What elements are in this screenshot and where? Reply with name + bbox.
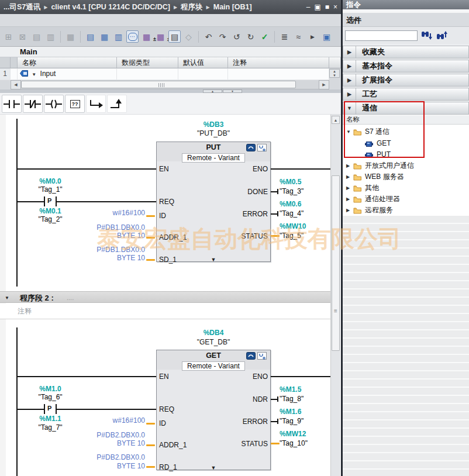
pin-ndr[interactable]: NDR — [211, 395, 268, 403]
breadcrumb-project[interactable]: ...司S7通讯 — [4, 2, 40, 12]
table-hscrollbar[interactable]: ◀ ▶ — [11, 80, 329, 89]
undo-icon[interactable]: ↶ — [202, 30, 215, 43]
addr1-pointer[interactable]: P#DB2.DBX0.0 — [75, 431, 145, 439]
expand-networks-icon[interactable]: ▥ — [112, 30, 125, 43]
section-technology[interactable]: ▶ 工艺 — [343, 88, 469, 101]
pin-req[interactable]: REQ — [159, 405, 174, 413]
section-favorites[interactable]: ▶ 收藏夹 — [343, 46, 469, 58]
contact-operand-address[interactable]: %M1.0 — [22, 385, 78, 393]
scroll-up-icon[interactable]: ▲ — [332, 116, 340, 124]
scroll-down-icon[interactable]: ▼ — [330, 74, 339, 78]
breadcrumb-plc[interactable]: client v4.1 [CPU 1214C DC/DC/DC] — [51, 3, 170, 11]
insert-network-icon[interactable]: ⊞ — [2, 30, 15, 43]
section-basic-instructions[interactable]: ▶ 基本指令 — [343, 60, 469, 73]
block-config-icon[interactable] — [257, 352, 267, 360]
redo-icon[interactable]: ↷ — [216, 30, 229, 43]
tree-expand-icon[interactable]: ▶ — [346, 185, 350, 191]
symbolic-operands-icon[interactable]: ▦± — [154, 30, 167, 43]
tree-item-communication-processors[interactable]: ▶ 通信处理器 — [343, 194, 469, 205]
pin-en[interactable]: EN — [159, 372, 169, 381]
consistency-check-icon[interactable]: ✓ — [258, 30, 271, 43]
ff-wizard-icon[interactable]: ◇ — [182, 30, 195, 43]
column-header-comment[interactable]: 注释 — [228, 57, 329, 68]
table-vscroll-buttons[interactable]: ▲ ▼ — [329, 69, 340, 78]
instance-db-address[interactable]: %DB4 — [156, 329, 271, 337]
section-communication[interactable]: ▼ 通信 — [343, 102, 469, 115]
collapse-networks-icon[interactable]: ▦ — [98, 30, 111, 43]
pin-eno[interactable]: ENO — [211, 372, 268, 381]
toolbar-overflow-icon[interactable]: ▶ — [306, 30, 319, 43]
chevron-right-icon[interactable]: ▶ — [343, 88, 356, 100]
addr1-length[interactable]: BYTE 10 — [75, 439, 145, 447]
tree-item-web-server[interactable]: ▶ WEB 服务器 — [343, 171, 469, 182]
open-branch-button[interactable] — [86, 95, 106, 113]
vscroll-thumb[interactable] — [332, 175, 340, 351]
tree-item-remote-services[interactable]: ▶ 远程服务 — [343, 205, 469, 216]
rd1-length[interactable]: BYTE 10 — [75, 462, 145, 470]
signal-crossings-icon[interactable]: ≈ — [292, 30, 305, 43]
tree-view-icon[interactable]: ▤ — [84, 30, 96, 43]
find-previous-icon[interactable] — [436, 30, 449, 40]
tree-collapse-icon[interactable]: ▼ — [346, 129, 351, 134]
rd1-pointer[interactable]: P#DB2.DBX0.0 — [75, 453, 145, 461]
network-comments-toggle-icon[interactable]: ⋯ — [126, 30, 139, 43]
ladder-vscrollbar[interactable]: ▲ ≡ — [330, 115, 340, 476]
pin-status[interactable]: STATUS — [211, 440, 268, 448]
pin-addr1[interactable]: ADDR_1 — [159, 441, 187, 449]
row-dropdown-icon[interactable]: ▼ — [32, 72, 36, 77]
edge-memory-tag[interactable]: "Tag_7" — [22, 423, 78, 432]
chevron-down-icon[interactable]: ▼ — [343, 102, 356, 114]
tree-item-put[interactable]: PUT — [343, 149, 469, 160]
row-cell-comment[interactable] — [228, 68, 329, 80]
row-name[interactable]: Input — [40, 70, 56, 78]
breadcrumb-main-ob1[interactable]: Main [OB1] — [213, 3, 252, 11]
minimize-button[interactable]: – — [306, 3, 311, 11]
restore-button[interactable]: ▣ — [314, 3, 320, 11]
nc-contact-button[interactable] — [23, 95, 43, 113]
get-block-variant[interactable]: Remote - Variant — [156, 360, 271, 371]
maximize-button[interactable]: ■ — [325, 3, 329, 11]
tree-expand-icon[interactable]: ▶ — [346, 174, 350, 180]
delete-network-icon[interactable]: ⊠ — [16, 30, 29, 43]
scroll-right-icon[interactable]: ▶ — [319, 80, 329, 89]
edge-memory-address[interactable]: %M1.1 — [22, 415, 78, 423]
column-header-name[interactable]: 名称 — [18, 57, 117, 68]
block-library-icon[interactable] — [246, 352, 256, 360]
chevron-right-icon[interactable]: ▶ — [343, 46, 356, 58]
tree-column-header[interactable]: 名称 — [343, 115, 469, 125]
row-handle[interactable] — [11, 68, 18, 80]
contact-operand-tag[interactable]: "Tag_6" — [22, 393, 78, 401]
tree-item-s7-communication[interactable]: ▼ S7 通信 — [343, 126, 469, 137]
chevron-right-icon[interactable]: ▶ — [343, 60, 356, 72]
scroll-up-icon[interactable]: ▲ — [330, 70, 339, 74]
upload-icon[interactable]: ↻ — [244, 30, 257, 43]
split-editor-icon[interactable]: ▣ — [320, 30, 333, 43]
column-header-datatype[interactable]: 数据类型 — [117, 57, 178, 68]
absolute-operands-icon[interactable]: ▦± — [140, 30, 153, 43]
no-contact-button[interactable] — [2, 95, 22, 113]
pin-error[interactable]: ERROR — [211, 418, 268, 426]
section-extended-instructions[interactable]: ▶ 扩展指令 — [343, 74, 469, 87]
chevron-right-icon[interactable]: ▶ — [343, 74, 356, 86]
ladder-editor[interactable]: %DB3 "PUT_DB" PUT Remote - Variant EN EN… — [0, 115, 341, 476]
block-expand-icon[interactable]: ▼ — [156, 465, 271, 471]
status-info-icon[interactable]: ≣ — [278, 30, 291, 43]
insert-column-icon[interactable]: ▥ — [44, 30, 57, 43]
tree-item-others[interactable]: ▶ 其他 — [343, 182, 469, 194]
close-button[interactable]: × — [333, 3, 337, 11]
close-branch-button[interactable] — [107, 95, 127, 113]
empty-box-button[interactable]: ?? — [65, 95, 85, 113]
tree-expand-icon[interactable]: ▶ — [346, 163, 350, 168]
row-cell-default[interactable] — [178, 68, 228, 80]
coil-button[interactable] — [44, 95, 64, 113]
tree-expand-icon[interactable]: ▶ — [346, 208, 350, 213]
tree-expand-icon[interactable]: ▶ — [346, 196, 350, 202]
row-cell-datatype[interactable] — [117, 68, 178, 80]
p-edge-contact[interactable]: P — [47, 405, 51, 412]
block-calls-icon[interactable]: ▦ — [64, 30, 77, 43]
display-format-toggle-icon[interactable]: ▤ — [168, 30, 181, 43]
table-row[interactable]: ▼ Input — [18, 68, 117, 80]
hscroll-thumb[interactable] — [21, 81, 296, 88]
instance-db-name[interactable]: "GET_DB" — [156, 338, 271, 346]
download-icon[interactable]: ↺ — [230, 30, 243, 43]
